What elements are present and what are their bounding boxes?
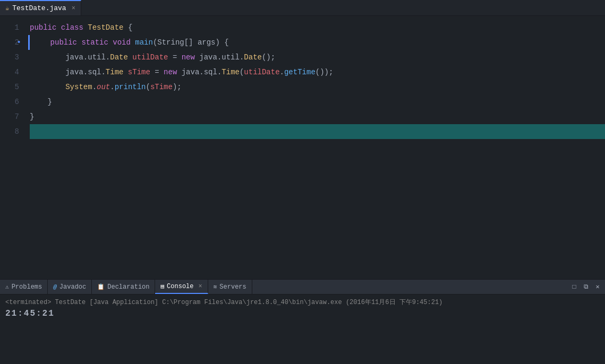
code-line-6: } xyxy=(30,94,605,109)
code-line-2: public static void main(String[] args) { xyxy=(28,35,605,50)
bottom-panel: ⚠ Problems @ Javadoc 📋 Declaration ▤ Con… xyxy=(0,279,605,364)
servers-icon: ≋ xyxy=(214,283,217,290)
tab-declaration[interactable]: 📋 Declaration xyxy=(92,280,155,294)
line-num-2: 2 xyxy=(0,35,19,50)
console-time-output: 21:45:21 xyxy=(5,309,600,318)
panel-actions: □ ⧉ ✕ xyxy=(569,282,605,292)
tab-javadoc[interactable]: @ Javadoc xyxy=(48,280,92,294)
code-line-3: java.util.Date utilDate = new java.util.… xyxy=(30,50,605,65)
line-num-7: 7 xyxy=(0,109,19,124)
line-num-6: 6 xyxy=(0,94,19,109)
servers-label: Servers xyxy=(219,283,246,291)
console-label: Console xyxy=(167,283,193,290)
console-icon: ▤ xyxy=(160,283,164,290)
line-num-1: 1 xyxy=(0,20,19,35)
code-line-8 xyxy=(30,124,605,139)
tab-console[interactable]: ▤ Console × xyxy=(155,280,208,294)
tab-problems[interactable]: ⚠ Problems xyxy=(0,280,48,294)
code-editor: 1 2 3 4 5 6 7 8 public class TestDate { … xyxy=(0,16,605,279)
problems-icon: ⚠ xyxy=(5,283,9,290)
line-num-5: 5 xyxy=(0,80,19,94)
tab-label: TestDate.java xyxy=(12,4,66,12)
tab-servers[interactable]: ≋ Servers xyxy=(208,280,252,294)
panel-tab-bar: ⚠ Problems @ Javadoc 📋 Declaration ▤ Con… xyxy=(0,280,605,294)
console-output: <terminated> TestDate [Java Application]… xyxy=(0,294,605,364)
javadoc-label: Javadoc xyxy=(59,283,86,291)
editor-tab-testdate[interactable]: ☕ TestDate.java × xyxy=(0,0,81,15)
console-close-button[interactable]: × xyxy=(199,283,202,290)
close-panel-button[interactable]: ✕ xyxy=(592,282,603,292)
javadoc-icon: @ xyxy=(53,284,57,290)
line-num-8: 8 xyxy=(0,124,19,139)
minimize-button[interactable]: □ xyxy=(569,282,580,292)
code-line-4: java.sql.Time sTime = new java.sql.Time(… xyxy=(30,65,605,80)
declaration-label: Declaration xyxy=(107,283,149,291)
code-line-5: System.out.println(sTime); xyxy=(30,80,605,94)
java-file-icon: ☕ xyxy=(5,4,9,12)
problems-label: Problems xyxy=(12,283,42,291)
terminated-info: <terminated> TestDate [Java Application]… xyxy=(5,298,600,307)
code-content[interactable]: public class TestDate { public static vo… xyxy=(25,16,605,279)
code-line-1: public class TestDate { xyxy=(30,20,605,35)
line-num-3: 3 xyxy=(0,50,19,65)
line-num-4: 4 xyxy=(0,65,19,80)
tab-close-button[interactable]: × xyxy=(72,5,75,12)
declaration-icon: 📋 xyxy=(97,283,105,290)
line-numbers: 1 2 3 4 5 6 7 8 xyxy=(0,16,25,279)
maximize-button[interactable]: ⧉ xyxy=(581,282,591,292)
code-line-7: } xyxy=(30,109,605,124)
tab-bar: ☕ TestDate.java × xyxy=(0,0,605,16)
